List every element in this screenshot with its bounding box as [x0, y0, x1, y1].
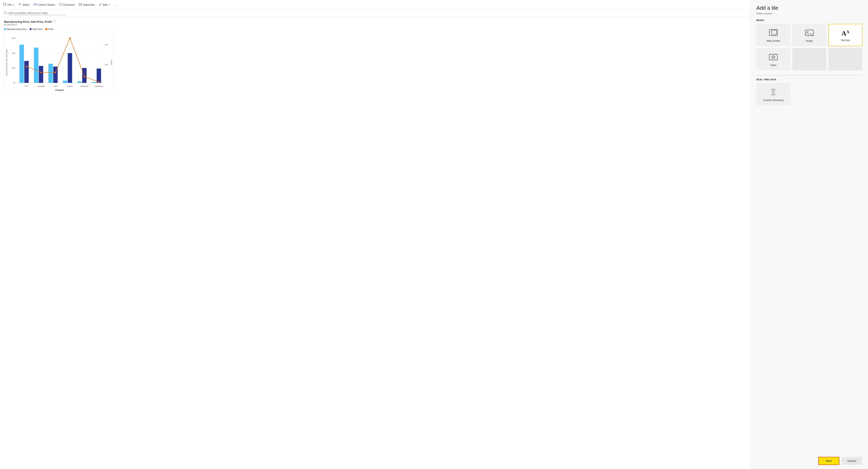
chart-subtitle: BY PRODUCT [4, 24, 746, 26]
svg-text:4M: 4M [105, 43, 107, 46]
svg-rect-5 [53, 21, 56, 23]
chat-in-teams-label: Chat in Teams [38, 3, 55, 6]
svg-point-33 [773, 91, 774, 93]
profit-point-paseo [69, 37, 71, 39]
bottom-actions: Next Cancel [756, 453, 862, 465]
svg-text:Montana: Montana [81, 85, 88, 87]
svg-rect-4 [4, 12, 7, 14]
more-menu[interactable]: ... [114, 3, 116, 6]
tile-empty-2 [828, 48, 862, 70]
more-label: ... [114, 3, 116, 6]
svg-marker-32 [773, 56, 775, 58]
svg-text:Paseo: Paseo [67, 85, 73, 87]
legend-sale: Sale Price [30, 28, 42, 30]
tile-web-content[interactable]: Web content [756, 24, 790, 46]
share-label: Share [23, 3, 30, 6]
bar-paseo-sale [68, 53, 72, 83]
legend-dot-profit [45, 28, 47, 30]
file-chevron: ▾ [13, 4, 14, 6]
qa-input[interactable] [8, 11, 65, 15]
bar-carretera-sale [97, 69, 101, 83]
svg-text:30K: 30K [12, 37, 16, 39]
tile-web-content-label: Web content [767, 39, 780, 42]
svg-text:VTT: VTT [25, 85, 29, 87]
svg-rect-1 [34, 4, 36, 5]
chart-svg: 30K 20K 10K 0K 4M 2M Manufacturing Price… [4, 32, 113, 92]
legend-label-sale: Sale Price [32, 28, 42, 30]
right-panel: Add a tile Select source MEDIA Web conte… [751, 0, 868, 469]
svg-text:2M: 2M [105, 64, 107, 66]
media-section-label: MEDIA [756, 19, 862, 22]
share-button[interactable]: Share [18, 3, 30, 7]
subscribe-label: Subscribe [83, 3, 95, 6]
svg-rect-0 [4, 3, 6, 6]
legend-dot-manufacturing [4, 28, 6, 30]
chart-legend: Manufacturing Price Sale Price Profit [4, 28, 746, 30]
share-icon [18, 3, 22, 7]
edit-menu[interactable]: Edit ▾ [99, 3, 110, 7]
svg-text:Manufacturing Price and Sale: Manufacturing Price and Sale [5, 49, 8, 76]
toolbar: File ▾ Share Chat in Teams Comment [0, 0, 750, 10]
chart-container: 30K 20K 10K 0K 4M 2M Manufacturing Price… [4, 32, 113, 93]
tile-image[interactable]: Image [792, 24, 826, 46]
section-divider [756, 75, 862, 76]
profit-point-amarilla [40, 72, 42, 73]
teams-icon [34, 3, 37, 7]
edit-icon [99, 3, 102, 7]
profit-point-vtt [26, 66, 27, 67]
bar-carretera-mfg [92, 82, 96, 83]
profit-point-montana [84, 76, 85, 77]
chart-area: Manufacturing Price, Sale Price, Profit … [0, 17, 750, 469]
next-button[interactable]: Next [818, 457, 839, 465]
chat-in-teams-button[interactable]: Chat in Teams [34, 3, 55, 7]
svg-rect-3 [79, 4, 82, 5]
media-tiles-row2: Video [756, 48, 862, 70]
textbox-icon: AA [841, 30, 849, 37]
svg-point-29 [807, 31, 808, 33]
subscribe-icon [79, 3, 82, 7]
left-panel: File ▾ Share Chat in Teams Comment [0, 0, 751, 469]
comment-button[interactable]: Comment [59, 3, 75, 7]
tile-video[interactable]: Video [756, 48, 790, 70]
tile-custom-streaming[interactable]: Custom Streaming [756, 83, 790, 106]
bar-paseo-mfg [63, 81, 67, 83]
bar-velo-mfg [48, 64, 53, 83]
chart-title-row: Manufacturing Price, Sale Price, Profit [4, 20, 746, 24]
svg-text:20K: 20K [12, 52, 16, 54]
tile-text-box-label: Text box [841, 39, 850, 42]
tile-custom-streaming-label: Custom Streaming [763, 99, 783, 101]
web-content-icon [769, 29, 778, 37]
file-label: File [7, 3, 12, 6]
legend-manufacturing: Manufacturing Price [4, 28, 27, 30]
cancel-button[interactable]: Cancel [841, 457, 862, 465]
legend-label-manufacturing: Manufacturing Price [7, 28, 27, 30]
svg-text:Velo: Velo [53, 85, 57, 87]
bar-amarilla-sale [39, 66, 43, 83]
bar-amarilla-mfg [34, 48, 38, 83]
svg-rect-27 [772, 30, 777, 34]
svg-text:Amarilla: Amarilla [37, 85, 45, 87]
svg-text:Carretera: Carretera [95, 85, 103, 87]
panel-title: Add a tile [756, 5, 862, 11]
legend-dot-sale [30, 28, 32, 30]
tile-text-box[interactable]: AA Text box [828, 24, 862, 46]
edit-label: Edit [103, 3, 107, 6]
tile-image-label: Image [806, 39, 813, 42]
qa-icon [4, 11, 7, 15]
tile-video-label: Video [770, 64, 776, 67]
svg-text:Product: Product [55, 89, 64, 91]
tile-empty-1 [792, 48, 826, 70]
file-icon [3, 3, 6, 7]
bar-vtt-mfg [20, 45, 24, 83]
comment-icon [59, 3, 62, 7]
subscribe-button[interactable]: Subscribe [79, 3, 95, 7]
profit-point-carretera [98, 81, 100, 83]
panel-subtitle: Select source [756, 12, 862, 15]
file-menu[interactable]: File ▾ [3, 3, 14, 7]
bar-montana-sale [82, 68, 87, 83]
bar-vtt-sale [24, 61, 29, 83]
svg-text:10K: 10K [12, 67, 16, 69]
profit-point-velo [55, 72, 56, 73]
chart-pin-icon [53, 20, 56, 24]
streaming-icon [769, 88, 778, 97]
